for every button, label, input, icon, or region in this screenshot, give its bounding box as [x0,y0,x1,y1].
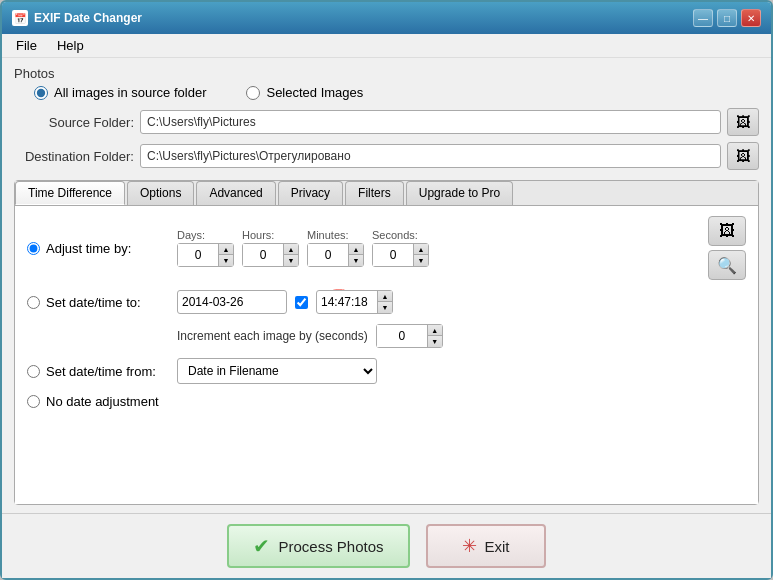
increment-spinner[interactable]: ▲ ▼ [376,324,443,348]
app-icon: 📅 [12,10,28,26]
action-buttons-group: 🖼 🔍 [708,216,746,280]
all-images-label: All images in source folder [54,85,206,100]
minutes-input[interactable] [308,244,348,266]
set-datetime-row: Set date/time to: 📅▾ [27,290,746,314]
set-from-label: Set date/time from: [46,364,156,379]
adjust-time-option[interactable]: Adjust time by: [27,241,167,256]
seconds-down-btn[interactable]: ▼ [414,255,428,266]
hours-up-btn[interactable]: ▲ [284,244,298,255]
minutes-field: Minutes: ▲ ▼ [307,229,364,267]
maximize-button[interactable]: □ [717,9,737,27]
adjust-time-radio[interactable] [27,242,40,255]
no-adjust-row: No date adjustment [27,394,746,409]
image-source-options: All images in source folder Selected Ima… [14,85,759,100]
increment-label: Increment each image by (seconds) [177,329,368,343]
time-down-btn[interactable]: ▼ [378,302,392,313]
days-field: Days: ▲ ▼ [177,229,234,267]
date-input[interactable] [182,295,332,309]
date-input-box[interactable]: 📅▾ [177,290,287,314]
all-images-option[interactable]: All images in source folder [34,85,206,100]
browse-source-button[interactable]: 🖼 [727,108,759,136]
seconds-input[interactable] [373,244,413,266]
tab-filters[interactable]: Filters [345,181,404,205]
time-input-box[interactable]: ▲ ▼ [316,290,393,314]
time-input[interactable] [317,291,377,313]
seconds-field: Seconds: ▲ ▼ [372,229,429,267]
process-photos-button[interactable]: ✔ Process Photos [227,524,409,568]
destination-folder-row: Destination Folder: 🖼 [14,142,759,170]
minutes-down-btn[interactable]: ▼ [349,255,363,266]
hours-input[interactable] [243,244,283,266]
selected-images-radio[interactable] [246,86,260,100]
no-adjust-option[interactable]: No date adjustment [27,394,167,409]
tab-options[interactable]: Options [127,181,194,205]
tab-advanced[interactable]: Advanced [196,181,275,205]
days-spinner[interactable]: ▲ ▼ [177,243,234,267]
days-label: Days: [177,229,205,241]
set-datetime-label: Set date/time to: [46,295,141,310]
minimize-button[interactable]: — [693,9,713,27]
destination-folder-input[interactable] [140,144,721,168]
tabs-container: Time Difference Options Advanced Privacy… [14,180,759,505]
increment-down-btn[interactable]: ▼ [428,336,442,347]
hours-spinner-btns: ▲ ▼ [283,244,298,266]
tab-privacy[interactable]: Privacy [278,181,343,205]
main-content: Photos All images in source folder Selec… [2,58,771,513]
file-menu[interactable]: File [10,36,43,55]
process-photos-label: Process Photos [278,538,383,555]
source-folder-input[interactable] [140,110,721,134]
exit-label: Exit [485,538,510,555]
set-from-radio[interactable] [27,365,40,378]
set-from-row: Set date/time from: Date in Filename [27,358,746,384]
adjust-time-label: Adjust time by: [46,241,131,256]
exit-button[interactable]: ✳ Exit [426,524,546,568]
tab-time-difference[interactable]: Time Difference [15,181,125,205]
selected-images-option[interactable]: Selected Images [246,85,363,100]
window-controls: — □ ✕ [693,9,761,27]
no-adjust-radio[interactable] [27,395,40,408]
minutes-spinner-btns: ▲ ▼ [348,244,363,266]
add-action-button[interactable]: 🖼 [708,216,746,246]
seconds-spinner-btns: ▲ ▼ [413,244,428,266]
adjust-time-row: Adjust time by: Days: ▲ ▼ [27,216,746,280]
days-up-btn[interactable]: ▲ [219,244,233,255]
source-folder-row: Source Folder: 🖼 [14,108,759,136]
hours-spinner[interactable]: ▲ ▼ [242,243,299,267]
seconds-up-btn[interactable]: ▲ [414,244,428,255]
days-down-btn[interactable]: ▼ [219,255,233,266]
selected-images-label: Selected Images [266,85,363,100]
tab-content-time-difference: Adjust time by: Days: ▲ ▼ [15,205,758,504]
from-source-dropdown[interactable]: Date in Filename [177,358,377,384]
source-folder-label: Source Folder: [14,115,134,130]
title-bar: 📅 EXIF Date Changer — □ ✕ [2,2,771,34]
hours-field: Hours: ▲ ▼ [242,229,299,267]
minutes-spinner[interactable]: ▲ ▼ [307,243,364,267]
increment-row: Increment each image by (seconds) ▲ ▼ [27,324,746,348]
browse-destination-button[interactable]: 🖼 [727,142,759,170]
time-checkbox-group [295,296,308,309]
minutes-label: Minutes: [307,229,349,241]
view-action-button[interactable]: 🔍 [708,250,746,280]
seconds-spinner[interactable]: ▲ ▼ [372,243,429,267]
menu-bar: File Help [2,34,771,58]
hours-down-btn[interactable]: ▼ [284,255,298,266]
set-datetime-option[interactable]: Set date/time to: [27,295,167,310]
tab-bar: Time Difference Options Advanced Privacy… [15,181,758,205]
exit-icon: ✳ [462,535,477,557]
close-button[interactable]: ✕ [741,9,761,27]
time-fields: Days: ▲ ▼ Hours: [177,229,429,267]
increment-up-btn[interactable]: ▲ [428,325,442,336]
days-input[interactable] [178,244,218,266]
time-up-btn[interactable]: ▲ [378,291,392,302]
no-adjust-label: No date adjustment [46,394,159,409]
minutes-up-btn[interactable]: ▲ [349,244,363,255]
tab-upgrade[interactable]: Upgrade to Pro [406,181,513,205]
time-enable-checkbox[interactable] [295,296,308,309]
help-menu[interactable]: Help [51,36,90,55]
set-datetime-radio[interactable] [27,296,40,309]
set-from-option[interactable]: Set date/time from: [27,364,167,379]
increment-input[interactable] [377,325,427,347]
all-images-radio[interactable] [34,86,48,100]
date-time-fields: 📅▾ ▲ ▼ [177,290,393,314]
time-spinner-btns: ▲ ▼ [377,291,392,313]
